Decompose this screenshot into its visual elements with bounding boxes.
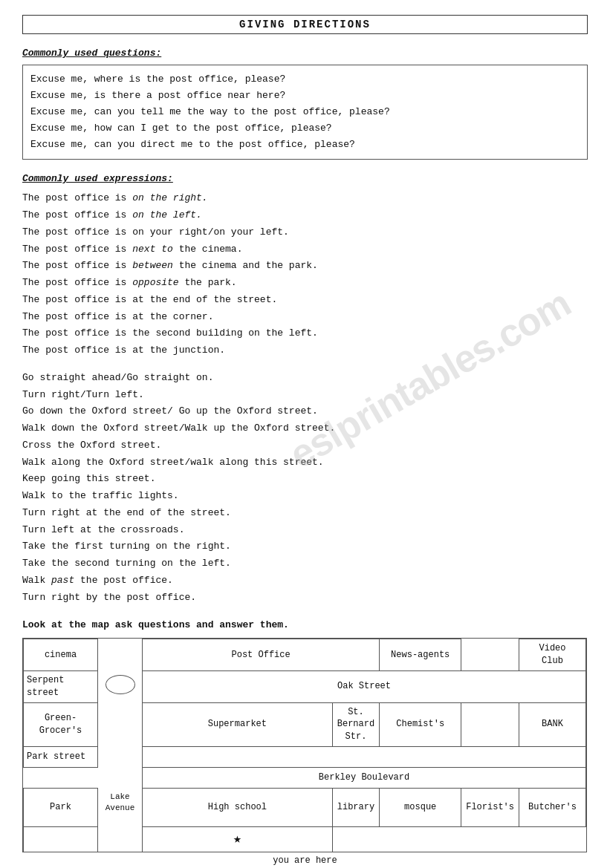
expr-8: The post office is at the corner.: [22, 309, 588, 326]
you-are-here: you are here: [22, 855, 588, 866]
map-cell-chemists: Chemist's: [380, 702, 461, 746]
dir-13: Walk past the post office.: [22, 572, 588, 590]
map-cell-supermarket: Supermarket: [143, 702, 333, 746]
dir-10: Turn left at the crossroads.: [22, 522, 588, 539]
map-cell-r5c1: [24, 768, 98, 789]
map-cell-park-street: Park street: [24, 747, 98, 768]
map-cell-r7c5: [380, 827, 461, 852]
map-cell-r7c4: [332, 827, 379, 852]
map-cell-video-club: VideoClub: [519, 639, 586, 671]
directions-section: Go straight ahead/Go straight on. Turn r…: [22, 370, 588, 607]
question-3: Excuse me, can you tell me the way to th…: [30, 104, 580, 120]
dir-6: Walk along the Oxford street/walk along …: [22, 454, 588, 471]
expressions-section: Commonly used expressions: The post offi…: [22, 173, 588, 359]
dir-9: Turn right at the end of the street.: [22, 505, 588, 522]
questions-box: Excuse me, where is the post office, ple…: [22, 65, 588, 160]
map-cell-high-school: High school: [143, 789, 333, 827]
dir-1: Go straight ahead/Go straight on.: [22, 370, 588, 387]
questions-heading: Commonly used questions:: [22, 48, 588, 59]
map-instruction: Look at the map ask questions and answer…: [22, 619, 588, 630]
dir-4: Walk down the Oxford street/Walk up the …: [22, 420, 588, 437]
map-cell-oak-street: Oak Street: [143, 671, 586, 703]
dir-11: Take the first turning on the right.: [22, 538, 588, 555]
dir-2: Turn right/Turn left.: [22, 387, 588, 404]
dir-7: Keep going this street.: [22, 471, 588, 488]
map-cell-r7c1: [24, 827, 98, 852]
expr-5: The post office is between the cinema an…: [22, 258, 588, 275]
map-cell-post-office: Post Office: [143, 639, 380, 671]
page-title: GIVING DIRECTIONS: [22, 15, 588, 34]
map-cell-news-agents: News-agents: [380, 639, 461, 671]
map-cell-r7c6: [461, 827, 519, 852]
map-cell-r5c2: [98, 768, 143, 789]
map-cell-r7c7: [519, 827, 586, 852]
map-cell-lake-avenue: LakeAvenue: [98, 789, 143, 827]
oval-shape: [106, 675, 135, 694]
expr-10: The post office is at the junction.: [22, 342, 588, 359]
map-cell-r1c5: [461, 639, 519, 671]
map-cell-r4c3: [143, 747, 586, 768]
map-cell-oval: [98, 671, 143, 703]
expr-3: The post office is on your right/on your…: [22, 224, 588, 241]
map-cell-green-grocers: Green-Grocer's: [24, 702, 98, 746]
dir-3: Go down the Oxford street/ Go up the Oxf…: [22, 403, 588, 420]
question-2: Excuse me, is there a post office near h…: [30, 88, 580, 104]
question-1: Excuse me, where is the post office, ple…: [30, 71, 580, 88]
expr-9: The post office is the second building o…: [22, 325, 588, 342]
questions-section: Commonly used questions: Excuse me, wher…: [22, 48, 588, 160]
map-cell-st-bernard: St.BernardStr.: [332, 702, 379, 746]
expr-1: The post office is on the right.: [22, 190, 588, 207]
map-cell-cinema: cinema: [24, 639, 98, 671]
dir-8: Walk to the traffic lights.: [22, 488, 588, 505]
map-cell-serpent-street: Serpent street: [24, 671, 98, 703]
map-cell-r7c2: [98, 827, 143, 852]
expr-4: The post office is next to the cinema.: [22, 241, 588, 258]
dir-5: Cross the Oxford street.: [22, 437, 588, 454]
expr-6: The post office is opposite the park.: [22, 275, 588, 292]
question-5: Excuse me, can you direct me to the post…: [30, 137, 580, 153]
map-cell-berkley: Berkley Boulevard: [143, 768, 586, 789]
expr-2: The post office is on the left.: [22, 207, 588, 224]
map-cell-r3c2: [98, 702, 143, 746]
map-cell-bank: BANK: [519, 702, 586, 746]
map-cell-library: library: [332, 789, 379, 827]
expressions-heading: Commonly used expressions:: [22, 173, 588, 184]
map-container: cinema Post Office News-agents VideoClub…: [22, 638, 587, 852]
map-cell-butchers: Butcher's: [519, 789, 586, 827]
map-cell-mosque: mosque: [380, 789, 461, 827]
expr-7: The post office is at the end of the str…: [22, 292, 588, 309]
map-cell-park: Park: [24, 789, 98, 827]
dir-14: Turn right by the post office.: [22, 590, 588, 607]
dir-12: Take the second turning on the left.: [22, 555, 588, 572]
map-cell-star: ★: [143, 827, 333, 852]
map-cell-r4c2: [98, 747, 143, 768]
map-cell-r1c2: [98, 639, 143, 671]
map-cell-florists: Florist's: [461, 789, 519, 827]
map-cell-r3c6: [461, 702, 519, 746]
question-4: Excuse me, how can I get to the post off…: [30, 120, 580, 137]
